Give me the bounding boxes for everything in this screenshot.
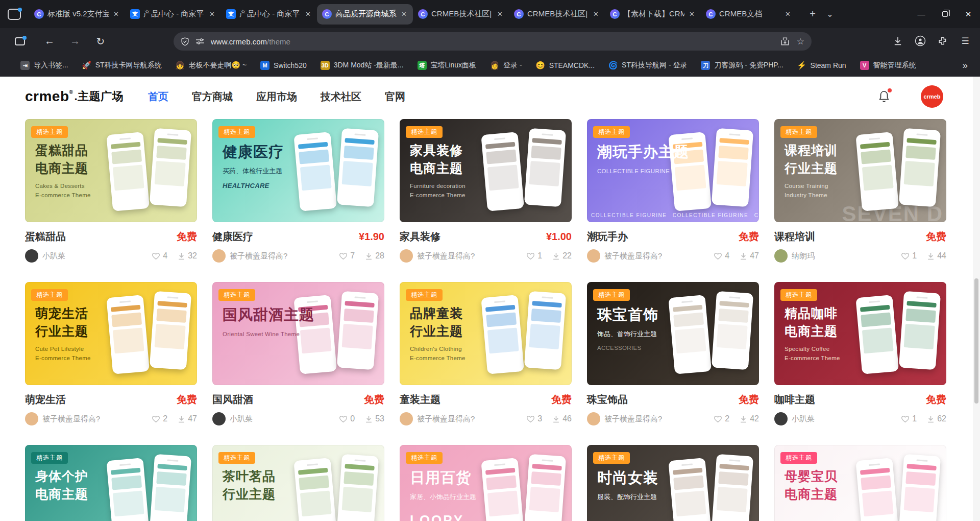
bookmark-item[interactable]: 😊 STEAMCDK... xyxy=(536,61,595,70)
cover-english-text: ACCESSORIES xyxy=(597,344,658,353)
tab-close-icon[interactable]: ✕ xyxy=(688,10,696,18)
theme-card[interactable]: 精选主题 国风甜酒主题 Oriental Sweet Wine Theme 国风… xyxy=(212,282,384,425)
bookmark-item[interactable]: M Switch520 xyxy=(260,61,307,70)
logo-text: crmeb xyxy=(25,88,69,105)
phone-mockups xyxy=(109,292,189,369)
save-page-icon[interactable] xyxy=(780,37,790,46)
site-nav-item[interactable]: 首页 xyxy=(148,90,168,104)
bookmark-item[interactable]: 塔 宝塔Linux面板 xyxy=(418,61,476,70)
reload-button[interactable]: ↻ xyxy=(92,33,109,50)
theme-card[interactable]: 精选主题 蛋糕甜品 电商主题 Cakes & DessertsE-commerc… xyxy=(25,119,197,263)
cover-title-line: 电商主题 xyxy=(35,485,88,503)
theme-cover[interactable]: 精选主题 家具装修 电商主题 Furniture decorationE-com… xyxy=(400,119,572,222)
theme-card[interactable]: 精选主题 精品咖啡 电商主题 Specialty CoffeeE-commerc… xyxy=(774,282,946,425)
theme-cover[interactable]: 精选主题 日用百货 家居、小饰品行业主题 LOOPY xyxy=(400,445,572,521)
bookmark-item[interactable]: 3D 3DM Mod站 -最新最... xyxy=(321,61,404,70)
browser-tab[interactable]: C CRMEB技术社区| ✕ xyxy=(413,4,509,25)
site-nav-item[interactable]: 技术社区 xyxy=(321,90,361,104)
site-nav-item[interactable]: 官网 xyxy=(385,90,405,104)
theme-card[interactable]: 精选主题 日用百货 家居、小饰品行业主题 LOOPY xyxy=(400,445,572,521)
sidebar-toggle-button[interactable] xyxy=(11,33,29,50)
theme-cover[interactable]: 精选主题 课程培训 行业主题 Course TrainingIndustry T… xyxy=(774,119,946,222)
menu-button[interactable]: ☰ xyxy=(957,32,974,50)
restore-button[interactable] xyxy=(933,0,957,28)
theme-cover[interactable]: 精选主题 蛋糕甜品 电商主题 Cakes & DessertsE-commerc… xyxy=(25,119,197,222)
downloads-button[interactable] xyxy=(889,32,906,50)
theme-card[interactable]: 精选主题 品牌童装 行业主题 Children's ClothingE-comm… xyxy=(400,282,572,425)
browser-tab[interactable]: C 标准版 v5.2支付宝 ✕ xyxy=(29,4,125,25)
theme-cover[interactable]: 精选主题 萌宠生活 行业主题 Cute Pet LifestyleE-comme… xyxy=(25,282,197,385)
theme-card[interactable]: 精选主题 潮玩手办主题 COLLECTIBLE FIGURINE COLLECT… xyxy=(587,119,759,263)
theme-cover[interactable]: 精选主题 母婴宝贝 电商主题 xyxy=(774,445,946,521)
cover-text: 国风甜酒主题 Oriental Sweet Wine Theme xyxy=(223,304,314,339)
url-text[interactable]: www.crmeb.com/theme xyxy=(211,37,290,46)
site-nav-item[interactable]: 应用市场 xyxy=(256,90,297,104)
download-icon xyxy=(178,252,185,260)
minimize-button[interactable]: — xyxy=(910,0,933,28)
page-scrollbar[interactable] xyxy=(973,77,980,521)
site-logo[interactable]: crmeb®.主题广场 xyxy=(25,88,124,105)
tab-close-icon[interactable]: ✕ xyxy=(496,10,504,18)
browser-tab[interactable]: C CRMEB技术社区| ✕ xyxy=(509,4,605,25)
tab-close-icon[interactable]: ✕ xyxy=(592,10,600,18)
theme-cover[interactable]: 精选主题 国风甜酒主题 Oriental Sweet Wine Theme xyxy=(212,282,384,385)
tab-close-icon[interactable]: ✕ xyxy=(784,10,792,18)
bookmark-item[interactable]: 👧 老板不要走啊🥺 ~ xyxy=(176,61,247,70)
theme-cover[interactable]: 精选主题 珠宝首饰 饰品、首饰行业主题 ACCESSORIES xyxy=(587,282,759,385)
theme-cover[interactable]: 精选主题 茶叶茗品 行业主题 xyxy=(212,445,384,521)
theme-price: 免费 xyxy=(364,393,384,407)
bookmark-item[interactable]: V 智能管理系统 xyxy=(860,61,916,70)
tab-search-chevron-icon[interactable]: ⌄ xyxy=(821,6,839,23)
browser-tab[interactable]: C 高品质开源商城系 ✕ xyxy=(317,4,413,25)
new-tab-button[interactable]: + xyxy=(804,6,821,23)
browser-tab[interactable]: C 【素材下载】CRM ✕ xyxy=(605,4,701,25)
tab-close-icon[interactable]: ✕ xyxy=(112,10,120,18)
browser-tab[interactable]: 支 产品中心 - 商家平 ✕ xyxy=(221,4,317,25)
bookmarks-overflow-chevron[interactable]: » xyxy=(962,60,968,71)
cover-title-line: 行业主题 xyxy=(410,322,465,340)
address-bar[interactable]: www.crmeb.com/theme ☆ xyxy=(174,32,812,51)
bookmark-item[interactable]: 👩 登录 - xyxy=(490,61,522,70)
phone-mockups xyxy=(109,455,189,521)
forward-button[interactable]: → xyxy=(66,33,84,50)
back-button[interactable]: ← xyxy=(41,33,58,50)
theme-card[interactable]: 精选主题 健康医疗 买药、体检行业主题 HEALTHCARE 健康医疗 ¥1.9… xyxy=(212,119,384,263)
theme-cover[interactable]: 精选主题 身体个护 电商主题 xyxy=(25,445,197,521)
site-nav-item[interactable]: 官方商城 xyxy=(192,90,233,104)
notifications-button[interactable] xyxy=(878,90,890,105)
browser-tab[interactable]: 支 产品中心 - 商家平 ✕ xyxy=(125,4,221,25)
profile-button[interactable] xyxy=(912,32,929,50)
bookmark-item[interactable]: ⇥ 导入书签... xyxy=(20,61,68,70)
close-window-button[interactable]: ✕ xyxy=(957,0,980,28)
theme-cover[interactable]: 精选主题 潮玩手办主题 COLLECTIBLE FIGURINE COLLECT… xyxy=(587,119,759,222)
bookmark-item[interactable]: 🌀 ST科技导航网 - 登录 xyxy=(608,61,687,70)
bookmark-item[interactable]: 🚀 ST科技卡网导航系统 xyxy=(82,61,162,70)
browser-tab[interactable]: C CRMEB文档 ✕ xyxy=(701,4,797,25)
theme-card[interactable]: 精选主题 家具装修 电商主题 Furniture decorationE-com… xyxy=(400,119,572,263)
bookmark-item[interactable]: 刀 刀客源码 - 免费PHP... xyxy=(701,61,783,70)
theme-card[interactable]: 精选主题 珠宝首饰 饰品、首饰行业主题 ACCESSORIES 珠宝饰品 免费 … xyxy=(587,282,759,425)
tracking-prevention-icon[interactable] xyxy=(195,38,205,45)
theme-cover[interactable]: 精选主题 精品咖啡 电商主题 Specialty CoffeeE-commerc… xyxy=(774,282,946,385)
tab-close-icon[interactable]: ✕ xyxy=(304,10,312,18)
theme-cover[interactable]: 精选主题 时尚女装 服装、配饰行业主题 xyxy=(587,445,759,521)
bookmark-star-icon[interactable]: ☆ xyxy=(797,36,804,47)
tab-close-icon[interactable]: ✕ xyxy=(400,10,408,18)
scrollbar-thumb[interactable] xyxy=(974,278,978,404)
workspaces-icon[interactable] xyxy=(8,9,21,20)
theme-card[interactable]: 精选主题 茶叶茗品 行业主题 xyxy=(212,445,384,521)
theme-card[interactable]: 精选主题 课程培训 行业主题 Course TrainingIndustry T… xyxy=(774,119,946,263)
user-avatar[interactable]: crmeb xyxy=(921,85,943,108)
tab-close-icon[interactable]: ✕ xyxy=(208,10,216,18)
theme-card[interactable]: 精选主题 母婴宝贝 电商主题 xyxy=(774,445,946,521)
like-count: 4 xyxy=(163,251,167,260)
theme-cover[interactable]: 精选主题 品牌童装 行业主题 Children's ClothingE-comm… xyxy=(400,282,572,385)
theme-cover[interactable]: 精选主题 健康医疗 买药、体检行业主题 HEALTHCARE xyxy=(212,119,384,222)
theme-card[interactable]: 精选主题 身体个护 电商主题 xyxy=(25,445,197,521)
bookmark-item[interactable]: ⚡ Steam Run xyxy=(797,61,846,70)
theme-price: 免费 xyxy=(739,230,759,244)
theme-card[interactable]: 精选主题 萌宠生活 行业主题 Cute Pet LifestyleE-comme… xyxy=(25,282,197,425)
cover-title-line: 精品咖啡 xyxy=(785,304,840,322)
theme-card[interactable]: 精选主题 时尚女装 服装、配饰行业主题 xyxy=(587,445,759,521)
extensions-button[interactable] xyxy=(934,32,951,50)
